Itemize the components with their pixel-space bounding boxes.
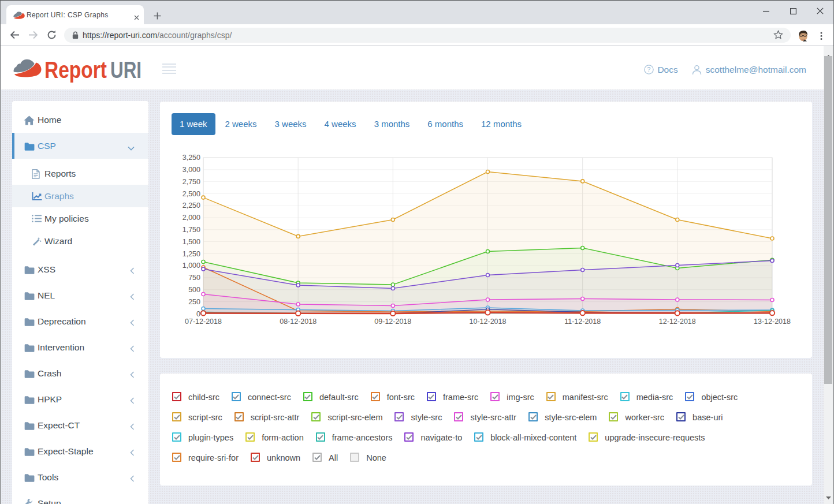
svg-text:07-12-2018: 07-12-2018 xyxy=(185,318,222,326)
svg-text:1,250: 1,250 xyxy=(183,250,200,258)
svg-text:1,000: 1,000 xyxy=(183,262,200,270)
svg-text:0: 0 xyxy=(196,310,200,318)
svg-text:Report: Report xyxy=(44,57,107,83)
svg-text:12-12-2018: 12-12-2018 xyxy=(659,318,696,326)
svg-text:2,000: 2,000 xyxy=(183,214,200,222)
svg-text:?: ? xyxy=(647,66,651,73)
svg-text:08-12-2018: 08-12-2018 xyxy=(280,318,317,326)
svg-text:2,750: 2,750 xyxy=(183,178,200,186)
svg-text:09-12-2018: 09-12-2018 xyxy=(374,318,411,326)
svg-text:URI: URI xyxy=(110,57,142,83)
svg-text:11-12-2018: 11-12-2018 xyxy=(564,318,601,326)
svg-text:500: 500 xyxy=(188,286,200,294)
svg-text:1,750: 1,750 xyxy=(183,226,200,234)
svg-text:13-12-2018: 13-12-2018 xyxy=(754,318,791,326)
svg-text:10-12-2018: 10-12-2018 xyxy=(470,318,507,326)
svg-text:3,000: 3,000 xyxy=(183,166,200,174)
svg-text:1,500: 1,500 xyxy=(183,238,200,246)
svg-text:2,500: 2,500 xyxy=(183,190,200,198)
svg-text:250: 250 xyxy=(188,298,200,306)
svg-text:2,250: 2,250 xyxy=(183,201,200,210)
svg-text:3,250: 3,250 xyxy=(183,154,200,162)
svg-text:750: 750 xyxy=(188,274,200,282)
